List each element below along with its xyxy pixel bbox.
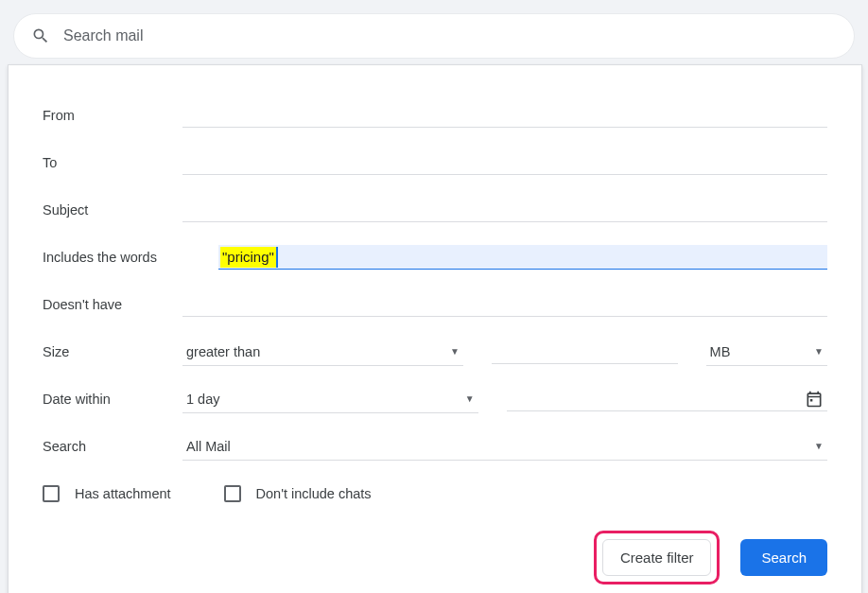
subject-input[interactable] [182,198,827,222]
dropdown-icon: ▼ [450,346,460,357]
from-input[interactable] [182,103,827,128]
search-icon [31,26,50,45]
date-range-select[interactable]: 1 day ▼ [182,386,478,413]
size-label: Size [43,344,182,359]
includes-value: "pricing" [220,247,278,268]
search-options-panel: From To Subject Includes the words "pric… [8,64,862,593]
to-input[interactable] [182,150,827,175]
size-unit-select[interactable]: MB ▼ [706,339,827,366]
create-filter-button[interactable]: Create filter [602,539,712,576]
checkbox-icon [43,485,60,502]
search-button[interactable]: Search [740,539,827,576]
search-scope-label: Search [43,439,182,454]
create-filter-highlight: Create filter [594,531,720,584]
doesnt-have-input[interactable] [182,292,827,317]
date-within-label: Date within [43,392,182,407]
checkbox-icon [224,485,241,502]
dropdown-icon: ▼ [465,393,475,404]
includes-input[interactable]: "pricing" [218,245,827,270]
calendar-icon [805,390,824,409]
dropdown-icon: ▼ [814,346,824,357]
search-input[interactable] [63,27,837,44]
from-label: From [43,108,182,123]
includes-label: Includes the words [43,250,218,265]
has-attachment-check[interactable]: Has attachment [43,485,171,502]
to-label: To [43,155,182,170]
search-scope-select[interactable]: All Mail ▼ [182,433,827,461]
size-operator-select[interactable]: greater than ▼ [182,339,463,366]
exclude-chats-check[interactable]: Don't include chats [224,485,372,502]
size-value-input[interactable] [492,340,678,364]
subject-label: Subject [43,202,182,218]
search-bar[interactable] [13,13,855,59]
dropdown-icon: ▼ [814,441,824,451]
date-picker[interactable] [507,387,827,411]
doesnt-have-label: Doesn't have [43,297,182,312]
